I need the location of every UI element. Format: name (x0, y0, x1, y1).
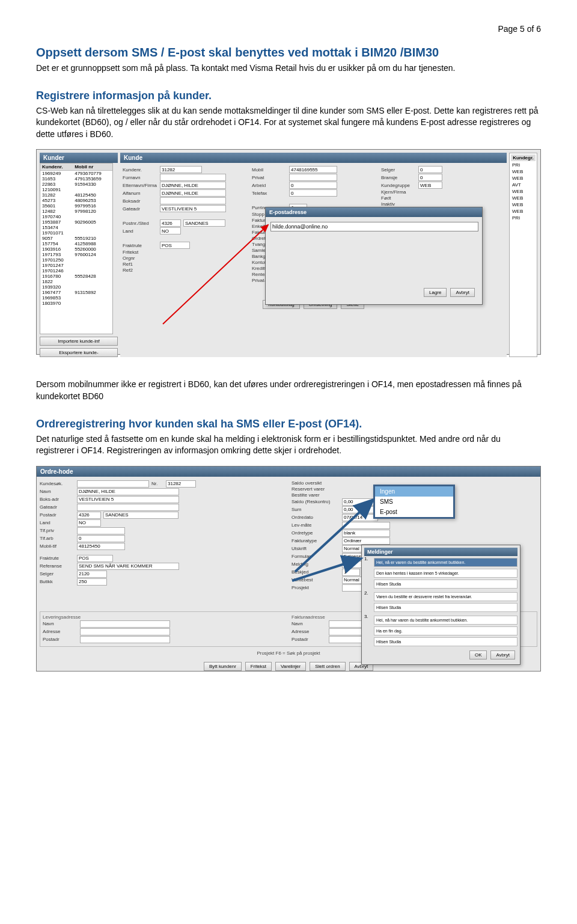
dropdown-option-sms[interactable]: SMS (375, 497, 453, 507)
ordre-selger-input[interactable] (77, 571, 107, 578)
dropdown-option-ingen[interactable]: Ingen (375, 486, 453, 497)
ordre-sted-input[interactable] (103, 512, 179, 519)
heading-registrere: Registrere informasjon på kunder. (36, 90, 541, 102)
ordre-postnr-input[interactable] (77, 512, 101, 519)
etternavn-input[interactable] (160, 182, 226, 189)
bransje-input[interactable] (418, 174, 442, 181)
referanse-input[interactable] (77, 563, 179, 570)
export-button[interactable]: Eksportere kunde- (40, 348, 118, 357)
varelinjer-button[interactable]: Varelinjer (275, 662, 306, 671)
kunder-list[interactable]: Kundenr.Mobil nr 19692494793670779316534… (40, 163, 113, 334)
alfanum-input[interactable] (160, 189, 226, 197)
intro-paragraph: Det er et grunnoppsett som må på plass. … (36, 63, 541, 75)
bytt-kundenr-button[interactable]: Bytt kundenr (204, 662, 242, 671)
telefax-input[interactable] (289, 189, 337, 197)
mobil-input[interactable] (289, 166, 337, 173)
table-row[interactable]: 191678055528428 (40, 274, 112, 279)
sted-input[interactable] (183, 219, 225, 227)
privat-input[interactable] (289, 174, 337, 181)
lev-postadr-input[interactable] (80, 636, 170, 643)
kundegruppe-input[interactable] (418, 182, 442, 189)
table-row[interactable]: 19701246 (40, 268, 112, 274)
table-row[interactable]: 316534791353659 (40, 176, 112, 182)
ordre-gateadr-input[interactable] (77, 504, 179, 511)
navn-input[interactable] (77, 488, 179, 495)
butikk-input[interactable] (77, 578, 107, 586)
meldinger-avbryt-button[interactable]: Avbryt (490, 650, 515, 659)
ordre-land-input[interactable] (77, 519, 101, 527)
lev-adresse-input[interactable] (80, 628, 170, 635)
meldinger-ok-button[interactable]: OK (469, 650, 487, 659)
epost-input[interactable] (270, 222, 478, 231)
kundenr-input[interactable] (160, 166, 202, 173)
message-line[interactable]: Hilsen Studia (374, 603, 517, 612)
arbeid-input[interactable] (289, 182, 337, 189)
ordre-boksadr-input[interactable] (77, 496, 179, 503)
beskjed-input[interactable] (342, 569, 360, 576)
table-row[interactable]: 1210091 (40, 187, 112, 192)
lev-navn-input[interactable] (80, 620, 170, 628)
table-row[interactable]: 3128248125450 (40, 192, 112, 198)
avbryt-button[interactable]: Avbryt (450, 288, 475, 297)
melding-dropdown-popup[interactable]: Ingen SMS E-post (373, 485, 455, 519)
message-line[interactable]: Hei, nå er varen du bestilte ankommet bu… (374, 558, 517, 567)
message-line[interactable]: Hei, nå har varen du bestilte ankommet b… (374, 616, 517, 625)
table-row[interactable]: 19701247 (40, 263, 112, 268)
slett-ordren-button[interactable]: Slett ordren (310, 662, 345, 671)
ordre-ordretype-input[interactable] (342, 530, 390, 537)
table-row[interactable]: 19701071 (40, 230, 112, 236)
meldinger-popup: Meldinger 1.Hei, nå er varen du bestilte… (361, 545, 521, 665)
fornavn-input[interactable] (160, 174, 226, 181)
ordre-fraktrute-input[interactable] (77, 555, 113, 562)
table-row[interactable]: 195388790296005 (40, 219, 112, 225)
table-row[interactable]: 1803970 (40, 301, 112, 306)
postnr-input[interactable] (160, 219, 181, 227)
import-button[interactable]: Importere kunde-inf (40, 337, 118, 346)
table-row: WEB (511, 189, 536, 194)
nr-input[interactable] (166, 480, 196, 488)
kunder-title: Kunder (40, 153, 118, 163)
tlfpriv-input[interactable] (77, 527, 125, 534)
ordre-fakturatype-input[interactable] (342, 537, 390, 545)
message-line[interactable]: Hilsen Studia (374, 580, 517, 589)
land-input[interactable] (160, 227, 181, 234)
gateadr-input[interactable] (160, 205, 226, 212)
ordre-mobil-input[interactable] (77, 543, 125, 550)
table-row[interactable]: 15775441258988 (40, 241, 112, 246)
message-line[interactable]: Den kan hentes i kassen innen 5 virkedag… (374, 569, 517, 578)
fraktrute-input[interactable] (160, 242, 190, 249)
table-row[interactable]: 3560199799516 (40, 203, 112, 209)
message-line[interactable]: Hilsen Studia (374, 637, 517, 646)
ordredato-input[interactable] (342, 514, 378, 521)
levmate-input[interactable] (342, 522, 390, 529)
ordre-screenshot: Ordre-hode Kundesøk.Nr. Navn Boks-adr Ga… (36, 466, 541, 672)
table-row[interactable]: 905755519210 (40, 236, 112, 241)
table-row[interactable]: 190391655260000 (40, 246, 112, 252)
boksadr-input[interactable] (160, 197, 226, 204)
table-row[interactable]: 1248297998120 (40, 209, 112, 214)
ordreregistrering-paragraph: Det naturlige sted å fastsette om en kun… (36, 433, 541, 457)
heading-ordreregistrering: Ordreregistrering hvor kunden skal ha SM… (36, 418, 541, 430)
table-row[interactable]: 196747791315892 (40, 290, 112, 295)
table-row[interactable]: 2286391594330 (40, 182, 112, 187)
table-row[interactable]: 1939320 (40, 284, 112, 290)
table-row[interactable]: 19692494793670779 (40, 171, 112, 177)
ordre-fritekst-button[interactable]: Fritekst (245, 662, 272, 671)
table-row[interactable]: 4527348096253 (40, 198, 112, 203)
tlfarb-input[interactable] (77, 535, 125, 542)
ordre-title: Ordre-hode (37, 467, 540, 477)
selger-input[interactable] (418, 166, 442, 173)
kundesok-input[interactable] (77, 480, 149, 488)
table-row[interactable]: 1969853 (40, 295, 112, 301)
table-row[interactable]: 1970740 (40, 214, 112, 219)
message-line[interactable]: Ha en fin dag. (374, 626, 517, 635)
dropdown-option-epost[interactable]: E-post (375, 507, 453, 517)
lagre-button[interactable]: Lagre (424, 288, 447, 297)
message-line[interactable]: Varen du bestilte er dessverre restet fr… (374, 592, 517, 601)
table-row[interactable]: 19701250 (40, 257, 112, 263)
table-row[interactable]: 197179397600124 (40, 252, 112, 257)
table-row[interactable]: 1822 (40, 279, 112, 284)
table-row[interactable]: 153474 (40, 225, 112, 230)
registrere-paragraph: CS-Web kan nå tilrettelegges slik at du … (36, 105, 541, 141)
kunder-screenshot: Kunder Kundenr.Mobil nr 1969249479367077… (36, 149, 541, 355)
